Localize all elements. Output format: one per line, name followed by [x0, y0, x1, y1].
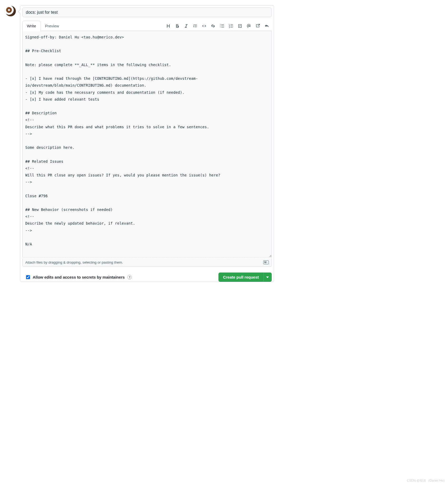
footer-row: Allow edits and access to secrets by mai…: [20, 269, 274, 282]
quote-icon[interactable]: [192, 22, 198, 29]
reply-icon[interactable]: [263, 22, 270, 29]
allow-edits-row[interactable]: Allow edits and access to secrets by mai…: [26, 275, 132, 279]
allow-edits-checkbox[interactable]: [26, 275, 30, 279]
code-icon[interactable]: [201, 22, 207, 29]
markdown-toolbar: [165, 22, 272, 29]
tab-preview[interactable]: Preview: [41, 21, 64, 31]
bold-icon[interactable]: [174, 22, 181, 29]
pr-title-input[interactable]: [22, 8, 272, 17]
link-icon[interactable]: [210, 22, 216, 29]
create-pull-request-dropdown[interactable]: [263, 273, 272, 282]
tabs-row: Write Preview: [20, 21, 274, 31]
pr-description-textarea[interactable]: [22, 31, 272, 258]
italic-icon[interactable]: [183, 22, 189, 29]
pr-compose-container: Write Preview Attach files by: [5, 5, 274, 282]
body-wrap: Attach files by dragging & dropping, sel…: [22, 31, 272, 267]
attach-row[interactable]: Attach files by dragging & dropping, sel…: [22, 258, 272, 267]
cross-reference-icon[interactable]: [254, 22, 261, 29]
tabnav: Write Preview: [22, 21, 64, 31]
mention-icon[interactable]: [245, 22, 252, 29]
markdown-supported-icon[interactable]: M↓: [263, 260, 269, 264]
unordered-list-icon[interactable]: [218, 22, 225, 29]
help-icon[interactable]: ?: [127, 275, 132, 279]
heading-icon[interactable]: [165, 22, 172, 29]
create-pull-request-button[interactable]: Create pull request: [218, 273, 263, 282]
avatar[interactable]: [5, 6, 16, 16]
allow-edits-label: Allow edits and access to secrets by mai…: [33, 275, 125, 279]
ordered-list-icon[interactable]: [227, 22, 234, 29]
tab-write[interactable]: Write: [22, 21, 41, 31]
attach-hint: Attach files by dragging & dropping, sel…: [25, 260, 123, 264]
task-list-icon[interactable]: [236, 22, 243, 29]
comment-box: Write Preview Attach files by: [20, 5, 274, 282]
create-pr-button-group: Create pull request: [218, 273, 272, 282]
